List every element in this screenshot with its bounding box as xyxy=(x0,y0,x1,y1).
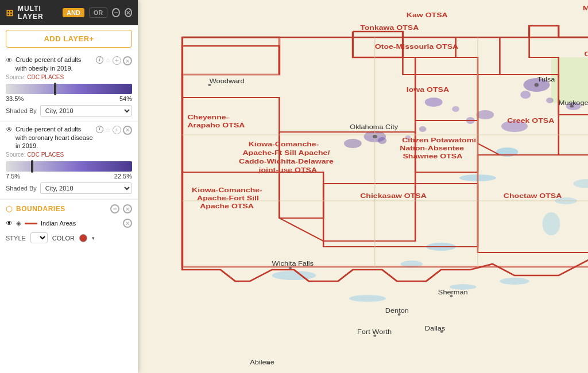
svg-text:Nation-Absentee: Nation-Absentee xyxy=(400,145,464,151)
boundary-remove-icon[interactable]: ✕ xyxy=(123,219,132,228)
layer1-slider[interactable]: 33.5% 54% xyxy=(6,84,132,102)
svg-text:Wichita Falls: Wichita Falls xyxy=(272,261,314,266)
layer2-slider-track xyxy=(6,161,132,172)
boundary-label: Indian Areas xyxy=(41,220,119,227)
color-dropdown-arrow[interactable]: ▾ xyxy=(92,235,95,241)
svg-text:Shawnee OTSA: Shawnee OTSA xyxy=(403,153,462,160)
svg-point-4 xyxy=(272,271,316,280)
or-button[interactable]: OR xyxy=(89,7,108,18)
and-button[interactable]: AND xyxy=(63,8,84,17)
svg-text:Tonkawa OTSA: Tonkawa OTSA xyxy=(360,24,419,31)
svg-point-27 xyxy=(546,98,554,103)
svg-text:Woodward: Woodward xyxy=(210,78,245,84)
svg-text:Cherokee OTSA: Cherokee OTSA xyxy=(585,50,588,57)
layer1-slider-labels: 33.5% 54% xyxy=(6,95,132,102)
layer1-title: Crude percent of adults with obesity in … xyxy=(16,56,93,73)
layer2-slider-labels: 7.5% 22.5% xyxy=(6,173,132,180)
svg-point-43 xyxy=(289,267,292,269)
svg-text:Kiowa-Comanche-: Kiowa-Comanche- xyxy=(192,187,262,193)
style-select[interactable] xyxy=(30,232,48,243)
layer2-source-link[interactable]: CDC PLACES xyxy=(27,151,64,158)
left-panel: ⊞ MULTI LAYER AND OR − ✕ ADD LAYER+ 👁 Cr… xyxy=(0,0,138,373)
boundaries-close[interactable]: ✕ xyxy=(123,204,132,213)
svg-text:Abilene: Abilene xyxy=(250,359,274,365)
svg-text:joint-use OTSA: joint-use OTSA xyxy=(258,166,317,173)
svg-point-26 xyxy=(520,91,531,99)
close-button[interactable]: ✕ xyxy=(125,8,132,17)
svg-point-28 xyxy=(378,137,386,144)
boundaries-header: ⬡ BOUNDARIES − ✕ xyxy=(0,199,138,216)
boundaries-title: BOUNDARIES xyxy=(16,205,107,213)
svg-point-5 xyxy=(349,295,386,302)
layer1-visibility-toggle[interactable]: 👁 xyxy=(6,56,13,65)
layer2-remove-icon[interactable]: ✕ xyxy=(123,126,132,135)
layer-block-2: 👁 Crude percent of adults with coronary … xyxy=(0,122,138,200)
svg-point-39 xyxy=(373,135,377,138)
boundaries-minimize[interactable]: − xyxy=(110,204,119,213)
svg-rect-14 xyxy=(551,57,588,103)
svg-text:Fort Worth: Fort Worth xyxy=(357,329,392,335)
svg-text:Otoe-Missouria OTSA: Otoe-Missouria OTSA xyxy=(375,43,458,50)
svg-text:Oklahoma City: Oklahoma City xyxy=(350,124,398,130)
layer2-visibility-toggle[interactable]: 👁 xyxy=(6,126,13,135)
boundary-color-preview xyxy=(25,223,37,224)
layer1-slider-track xyxy=(6,84,132,94)
boundary-row-indian-areas: 👁 ◈ Indian Areas ✕ xyxy=(0,216,138,230)
layer2-source: Source: CDC PLACES xyxy=(6,151,132,158)
svg-text:Cheyenne-: Cheyenne- xyxy=(187,114,229,121)
svg-text:Apache OTSA: Apache OTSA xyxy=(200,203,254,209)
layer2-slider[interactable]: 7.5% 22.5% xyxy=(6,161,132,180)
panel-title: MULTI LAYER xyxy=(18,5,58,21)
layer2-slider-thumb[interactable] xyxy=(31,160,33,173)
svg-text:Citizen Potawatomi: Citizen Potawatomi xyxy=(402,137,476,143)
svg-text:Apache-Fort Sill: Apache-Fort Sill xyxy=(197,195,259,201)
layer2-min-label: 7.5% xyxy=(6,173,20,180)
panel-icon: ⊞ xyxy=(6,7,13,18)
layer2-max-label: 22.5% xyxy=(114,173,132,180)
layer1-remove-icon[interactable]: ✕ xyxy=(123,56,132,65)
layer2-title: Crude percent of adults with coronary he… xyxy=(16,125,93,151)
layer2-add-icon[interactable]: + xyxy=(113,126,121,134)
svg-text:Choctaw OTSA: Choctaw OTSA xyxy=(504,192,562,199)
boundary-eye-icon[interactable]: 👁 xyxy=(6,219,13,227)
color-label: COLOR xyxy=(52,235,75,242)
boundaries-icon: ⬡ xyxy=(6,204,13,213)
layer1-shaded-row: Shaded By City, 2010 County State xyxy=(6,105,132,116)
layer1-add-icon[interactable]: + xyxy=(113,56,121,65)
layer1-info-icon[interactable]: i xyxy=(96,56,103,64)
layer2-info-icon[interactable]: i xyxy=(96,126,103,133)
svg-text:Kiowa-Comanche-: Kiowa-Comanche- xyxy=(249,141,319,147)
svg-text:Caddo-Wichita-Delaware: Caddo-Wichita-Delaware xyxy=(239,158,334,165)
layer2-shaded-select[interactable]: City, 2010 County State xyxy=(40,182,132,194)
svg-point-21 xyxy=(476,110,494,119)
svg-point-30 xyxy=(419,126,427,132)
svg-text:Kaw OTSA: Kaw OTSA xyxy=(407,11,448,18)
layer1-source: Source: CDC PLACES xyxy=(6,74,132,80)
svg-text:Chickasaw OTSA: Chickasaw OTSA xyxy=(360,192,427,199)
svg-text:Tulsa: Tulsa xyxy=(537,76,555,82)
svg-text:Apache-Ft Sill Apache/: Apache-Ft Sill Apache/ xyxy=(242,149,330,156)
layer1-shaded-select[interactable]: City, 2010 County State xyxy=(40,105,132,116)
svg-text:Dallas: Dallas xyxy=(425,325,446,331)
svg-point-19 xyxy=(344,139,362,148)
style-label: STYLE xyxy=(6,235,26,242)
layer1-source-link[interactable]: CDC PLACES xyxy=(27,74,64,80)
layer1-star-icon[interactable]: ☆ xyxy=(105,56,111,65)
svg-point-6 xyxy=(500,278,529,285)
svg-point-7 xyxy=(543,212,560,235)
layer-block-1: 👁 Crude percent of adults with obesity i… xyxy=(0,52,138,122)
svg-text:Sherman: Sherman xyxy=(438,289,468,295)
add-layer-button[interactable]: ADD LAYER+ xyxy=(6,30,132,48)
minimize-button[interactable]: − xyxy=(112,8,119,17)
layer1-min-label: 33.5% xyxy=(6,95,24,102)
layer1-shaded-label: Shaded By xyxy=(6,107,37,114)
layer2-shaded-row: Shaded By City, 2010 County State xyxy=(6,182,132,194)
layer2-shaded-label: Shaded By xyxy=(6,185,37,192)
svg-text:Muskogee: Muskogee xyxy=(559,100,588,106)
layer1-slider-thumb[interactable] xyxy=(54,83,56,95)
panel-header: ⊞ MULTI LAYER AND OR − ✕ xyxy=(0,0,138,25)
layer2-star-icon[interactable]: ☆ xyxy=(105,126,111,135)
color-swatch[interactable] xyxy=(79,234,87,242)
svg-point-24 xyxy=(452,106,459,112)
svg-text:Arapaho OTSA: Arapaho OTSA xyxy=(187,122,245,129)
